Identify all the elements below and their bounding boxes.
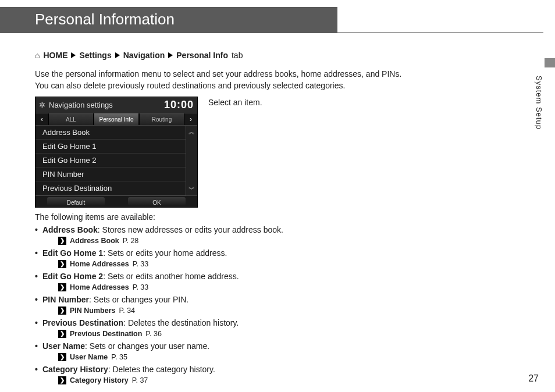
content: ⌂ HOME Settings Navigation Personal Info… [0, 33, 448, 384]
item-name: Edit Go Home 2 [42, 272, 103, 281]
xref-page: P. 37 [132, 376, 148, 384]
scroll-up-icon[interactable]: ︽ [186, 126, 197, 138]
item-desc: : Sets or changes your PIN. [89, 295, 188, 304]
side-tab-marker [545, 58, 555, 67]
item-name: Address Book [42, 225, 98, 234]
xref-name: Category History [70, 376, 129, 384]
xref-page: P. 35 [111, 353, 127, 361]
bullet-icon: • [35, 341, 38, 351]
list-item[interactable]: Edit Go Home 1 [35, 140, 186, 154]
device-bottom-bar: Default OK [35, 195, 197, 207]
cross-reference: ❯Category HistoryP. 37 [58, 376, 413, 384]
item-desc: : Deletes the destination history. [123, 318, 239, 327]
cross-reference: ❯Home AddressesP. 33 [58, 283, 413, 291]
bullet-icon: • [35, 318, 38, 327]
device-title: Navigation settings [49, 101, 164, 109]
xref-icon: ❯ [58, 330, 66, 338]
item-entry: •Previous Destination: Deletes the desti… [35, 318, 413, 338]
instruction-text: Select an item. [208, 97, 262, 208]
item-entry: •Category History: Deletes the category … [35, 365, 413, 384]
device-screenshot: ✲ Navigation settings 10:00 ‹ ALL Person… [35, 97, 198, 208]
bullet-icon: • [35, 248, 38, 258]
intro-text: Use the personal information menu to sel… [35, 68, 413, 92]
xref-page: P. 28 [123, 237, 139, 245]
item-line: •Edit Go Home 2: Sets or edits another h… [35, 272, 413, 281]
item-name: User Name [42, 341, 85, 351]
tab-left-arrow[interactable]: ‹ [35, 115, 48, 123]
xref-icon: ❯ [58, 376, 66, 384]
list-item[interactable]: Address Book [35, 126, 186, 140]
breadcrumb-settings: Settings [79, 51, 111, 60]
page-title: Personal Information [0, 7, 337, 33]
side-section-label: System Setup [535, 76, 543, 130]
cross-reference: ❯Previous DestinationP. 36 [58, 330, 413, 338]
chevron-right-icon [71, 52, 76, 58]
default-button[interactable]: Default [47, 197, 105, 206]
item-name: Category History [42, 365, 108, 374]
xref-name: User Name [70, 353, 108, 361]
item-text: Address Book: Stores new addresses or ed… [42, 225, 283, 234]
bullet-icon: • [35, 295, 38, 304]
xref-name: Address Book [70, 237, 119, 245]
item-desc: : Sets or edits your home address. [103, 248, 227, 258]
bullet-icon: • [35, 365, 38, 374]
list-item[interactable]: Edit Go Home 2 [35, 154, 186, 168]
item-name: Previous Destination [42, 318, 123, 327]
item-line: •Edit Go Home 1: Sets or edits your home… [35, 248, 413, 258]
xref-icon: ❯ [58, 353, 66, 361]
item-name: Edit Go Home 1 [42, 248, 103, 258]
cross-reference: ❯Home AddressesP. 33 [58, 260, 413, 268]
item-text: PIN Number: Sets or changes your PIN. [42, 295, 188, 304]
item-text: Edit Go Home 2: Sets or edits another ho… [42, 272, 239, 281]
xref-icon: ❯ [58, 260, 66, 268]
device-list: Address Book Edit Go Home 1 Edit Go Home… [35, 126, 186, 195]
breadcrumb: ⌂ HOME Settings Navigation Personal Info… [35, 51, 413, 60]
item-text: Category History: Deletes the category h… [42, 365, 215, 374]
item-entry: •PIN Number: Sets or changes your PIN.❯P… [35, 295, 413, 315]
item-entry: •Address Book: Stores new addresses or e… [35, 225, 413, 245]
xref-icon: ❯ [58, 237, 66, 245]
list-item[interactable]: Previous Destination [35, 181, 186, 195]
device-tabs: ‹ ALL Personal Info Routing › [35, 113, 197, 126]
item-text: Previous Destination: Deletes the destin… [42, 318, 239, 327]
xref-name: Home Addresses [70, 260, 129, 268]
item-line: •Previous Destination: Deletes the desti… [35, 318, 413, 327]
item-entry: •User Name: Sets or changes your user na… [35, 341, 413, 361]
tab-routing[interactable]: Routing [139, 113, 184, 125]
list-item[interactable]: PIN Number [35, 168, 186, 181]
tab-personal-info[interactable]: Personal Info [94, 113, 139, 125]
item-entry: •Edit Go Home 2: Sets or edits another h… [35, 272, 413, 291]
item-text: Edit Go Home 1: Sets or edits your home … [42, 248, 227, 258]
header-bar: Personal Information [0, 7, 555, 33]
breadcrumb-navigation: Navigation [123, 51, 165, 60]
breadcrumb-personal-info: Personal Info [176, 51, 228, 60]
cross-reference: ❯User NameP. 35 [58, 353, 413, 361]
item-line: •PIN Number: Sets or changes your PIN. [35, 295, 413, 304]
item-line: •Category History: Deletes the category … [35, 365, 413, 374]
available-intro: The following items are available: [35, 212, 413, 222]
device-clock: 10:00 [164, 99, 194, 111]
tab-right-arrow[interactable]: › [184, 115, 197, 123]
chevron-right-icon [168, 52, 173, 58]
device-list-wrap: Address Book Edit Go Home 1 Edit Go Home… [35, 126, 197, 195]
xref-page: P. 34 [119, 307, 136, 315]
tab-all[interactable]: ALL [48, 113, 94, 125]
item-desc: : Stores new addresses or edits your add… [98, 225, 283, 234]
xref-page: P. 33 [133, 283, 149, 291]
item-name: PIN Number [42, 295, 89, 304]
xref-icon: ❯ [58, 307, 66, 315]
xref-name: Previous Destination [70, 330, 142, 338]
gear-icon: ✲ [39, 101, 45, 109]
ok-button[interactable]: OK [128, 197, 186, 206]
xref-icon: ❯ [58, 283, 66, 291]
home-icon: ⌂ [35, 51, 40, 59]
items-list: •Address Book: Stores new addresses or e… [35, 225, 413, 384]
scroll-down-icon[interactable]: ︾ [186, 183, 197, 195]
device-scrollbar[interactable]: ︽ ︾ [186, 126, 197, 195]
bullet-icon: • [35, 225, 38, 234]
device-titlebar: ✲ Navigation settings 10:00 [35, 97, 197, 113]
item-line: •User Name: Sets or changes your user na… [35, 341, 413, 351]
xref-page: P. 36 [145, 330, 162, 338]
xref-name: PIN Numbers [70, 307, 116, 315]
chevron-right-icon [115, 52, 120, 58]
